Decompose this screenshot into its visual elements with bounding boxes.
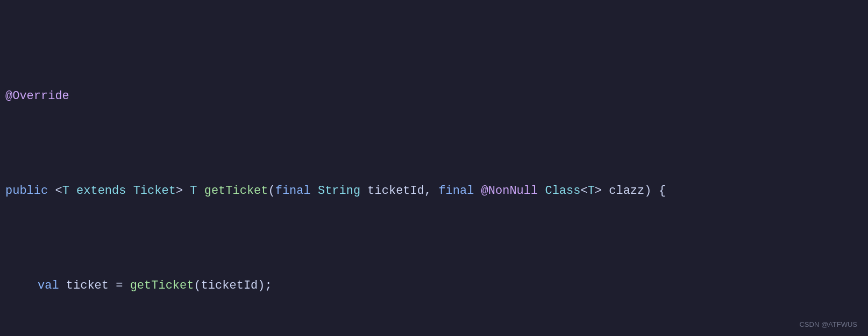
type-string: String bbox=[318, 181, 360, 200]
keyword-extends: extends bbox=[76, 181, 126, 200]
space bbox=[69, 181, 76, 200]
keyword-final1: final bbox=[275, 181, 311, 200]
operator-assign: = bbox=[116, 276, 130, 295]
sp2 bbox=[474, 181, 481, 200]
comma: , bbox=[424, 181, 438, 200]
generic2: < bbox=[580, 181, 587, 200]
keyword-public: public bbox=[5, 181, 55, 200]
paren-open: ( bbox=[268, 181, 275, 200]
method-getticket-call: getTicket bbox=[130, 276, 194, 295]
type-T2: T bbox=[588, 181, 595, 200]
type-class: Class bbox=[545, 181, 580, 200]
keyword-val: val bbox=[38, 276, 59, 295]
var-ticket: ticket bbox=[59, 276, 116, 295]
method-get-ticket: getTicket bbox=[204, 181, 268, 200]
generic3: > bbox=[595, 181, 602, 200]
generic-close: > bbox=[176, 181, 183, 200]
sp1 bbox=[311, 181, 318, 200]
code-block: @Override public <T extends Ticket> T ge… bbox=[0, 0, 868, 336]
annotation-nonnull: @NonNull bbox=[481, 181, 538, 200]
type-ticket: Ticket bbox=[133, 181, 176, 200]
watermark: CSDN @ATFWUS bbox=[799, 319, 857, 331]
line-signature: public <T extends Ticket> T getTicket(fi… bbox=[5, 181, 852, 200]
generic-open: < bbox=[55, 181, 62, 200]
space2 bbox=[126, 181, 133, 200]
line-val-ticket: val ticket = getTicket(ticketId); bbox=[5, 276, 852, 295]
keyword-final2: final bbox=[438, 181, 474, 200]
param-clazz: clazz bbox=[602, 181, 644, 200]
type-T: T bbox=[62, 181, 69, 200]
call-parens: (ticketId); bbox=[194, 276, 272, 295]
sp3 bbox=[538, 181, 545, 200]
return-type: T bbox=[183, 181, 204, 200]
paren-close: ) { bbox=[644, 181, 666, 200]
param-ticket-id: ticketId bbox=[360, 181, 424, 200]
line-annotation: @Override bbox=[5, 87, 852, 106]
annotation: @Override bbox=[5, 87, 69, 106]
